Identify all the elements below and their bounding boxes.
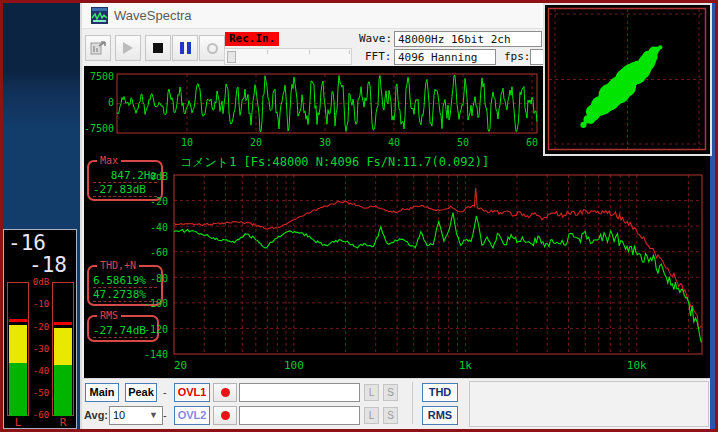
spec-ytick-80: -80 bbox=[122, 273, 168, 284]
ovl2-save-button[interactable]: S bbox=[383, 407, 398, 424]
output-icon bbox=[90, 40, 106, 56]
meter-bar-l bbox=[7, 282, 29, 416]
meter-channel-left-label: L bbox=[7, 416, 29, 429]
thd-label: THD,+N bbox=[97, 260, 139, 271]
ovl1-load-button[interactable]: L bbox=[364, 384, 379, 401]
slider-thumb[interactable] bbox=[227, 51, 236, 63]
ovl2-button[interactable]: OVL2 bbox=[174, 406, 210, 425]
main-button[interactable]: Main bbox=[85, 383, 119, 402]
max-level-value: -27.83dB bbox=[93, 183, 157, 197]
svg-text:10: 10 bbox=[181, 137, 193, 148]
red-dot-icon bbox=[221, 411, 230, 420]
ovl1-save-button[interactable]: S bbox=[383, 384, 398, 401]
wave-label: Wave: bbox=[359, 32, 392, 45]
svg-text:1k: 1k bbox=[459, 359, 473, 372]
peak-readout-right: -18 bbox=[29, 254, 67, 276]
avg-label: Avg: bbox=[84, 409, 108, 421]
play-button[interactable] bbox=[115, 35, 141, 61]
level-meter-window: -16 -18 0dB -10 -20 -30 -40 -50 -60 L R bbox=[3, 229, 77, 429]
bottom-control-bar: Main Peak - OVL1 L S THD Avg: 10 ▼ - OVL… bbox=[82, 378, 710, 429]
ovl2-title-field[interactable] bbox=[239, 406, 360, 425]
wave-ytick-bottom: -7500 bbox=[84, 123, 114, 134]
spec-ytick-40: -40 bbox=[122, 222, 168, 233]
svg-text:20: 20 bbox=[174, 359, 187, 372]
spec-ytick-60: -60 bbox=[122, 247, 168, 258]
meter-scale-20db: -20 bbox=[29, 322, 53, 332]
spectrum-panel: コメント1 [Fs:48000 N:4096 Fs/N:11.7(0.092)]… bbox=[84, 152, 710, 378]
ovl2-indicator-button[interactable] bbox=[213, 406, 237, 425]
stop-icon bbox=[153, 43, 163, 53]
record-button[interactable] bbox=[199, 35, 225, 61]
avg-value: 10 bbox=[113, 409, 125, 421]
lissajous-plot bbox=[545, 5, 710, 154]
rec-in-status: Rec.In. bbox=[225, 32, 279, 46]
spectrum-plot: 201001k10k bbox=[172, 170, 708, 394]
wave-ytick-top: 7500 bbox=[84, 71, 114, 82]
status-panel bbox=[469, 381, 709, 427]
waveform-plot: 102030405060 bbox=[116, 68, 540, 148]
spec-ytick-0: 0dB bbox=[122, 171, 168, 182]
red-dot-icon bbox=[221, 388, 230, 397]
waveform-panel: 7500 0 -7500 102030405060 bbox=[84, 66, 543, 152]
svg-text:20: 20 bbox=[250, 137, 262, 148]
fps-label: fps: bbox=[504, 50, 531, 63]
fft-settings-field: 4096 Hanning bbox=[394, 49, 496, 65]
wave-format-field: 48000Hz 16bit 2ch bbox=[394, 31, 542, 47]
peak-readout-left: -16 bbox=[8, 232, 46, 254]
wave-ytick-zero: 0 bbox=[84, 97, 114, 108]
rms-label: RMS bbox=[97, 310, 121, 321]
ovl2-load-button[interactable]: L bbox=[364, 407, 379, 424]
position-slider[interactable] bbox=[224, 48, 352, 65]
svg-text:10k: 10k bbox=[627, 359, 647, 372]
window-title: WaveSpectra bbox=[114, 8, 192, 23]
separator bbox=[412, 382, 413, 424]
chevron-down-icon: ▼ bbox=[149, 410, 158, 420]
app-icon bbox=[91, 7, 108, 24]
meter-bar-r bbox=[52, 282, 74, 416]
meter-channel-right-label: R bbox=[52, 416, 74, 429]
pause-button[interactable] bbox=[172, 35, 198, 61]
dash-1: - bbox=[163, 386, 167, 398]
thd-button[interactable]: THD bbox=[422, 383, 458, 402]
output-button[interactable] bbox=[85, 35, 111, 61]
fft-label: FFT: bbox=[365, 50, 392, 63]
lissajous-window bbox=[543, 3, 712, 156]
spec-ytick-100: -100 bbox=[122, 298, 168, 309]
wavespectra-screenshot: -16 -18 0dB -10 -20 -30 -40 -50 -60 L R … bbox=[0, 0, 718, 432]
meter-scale-50db: -50 bbox=[29, 388, 53, 398]
meter-scale-60db: -60 bbox=[29, 410, 53, 420]
rms-button[interactable]: RMS bbox=[422, 406, 458, 425]
pause-icon bbox=[180, 42, 191, 54]
svg-text:60: 60 bbox=[526, 137, 538, 148]
avg-select[interactable]: 10 ▼ bbox=[109, 406, 163, 425]
meter-scale-40db: -40 bbox=[29, 366, 53, 376]
svg-text:40: 40 bbox=[388, 137, 400, 148]
max-label: Max bbox=[97, 155, 121, 166]
record-icon bbox=[207, 43, 218, 54]
meter-scale-10db: -10 bbox=[29, 299, 53, 309]
ovl1-button[interactable]: OVL1 bbox=[174, 383, 210, 402]
meter-scale-0db: 0dB bbox=[29, 277, 53, 287]
play-icon bbox=[123, 42, 133, 54]
ovl1-indicator-button[interactable] bbox=[213, 383, 237, 402]
spectrum-comment: コメント1 [Fs:48000 N:4096 Fs/N:11.7(0.092)] bbox=[180, 154, 489, 171]
ovl1-title-field[interactable] bbox=[239, 383, 360, 402]
peak-button[interactable]: Peak bbox=[125, 383, 157, 402]
meter-scale-30db: -30 bbox=[29, 344, 53, 354]
svg-text:30: 30 bbox=[319, 137, 331, 148]
spec-ytick-20: -20 bbox=[122, 196, 168, 207]
svg-text:50: 50 bbox=[457, 137, 469, 148]
dash-2: - bbox=[163, 409, 167, 421]
svg-text:100: 100 bbox=[284, 359, 304, 372]
spec-ytick-120: -120 bbox=[122, 324, 168, 335]
stop-button[interactable] bbox=[145, 35, 171, 61]
spec-ytick-140: -140 bbox=[122, 349, 168, 360]
